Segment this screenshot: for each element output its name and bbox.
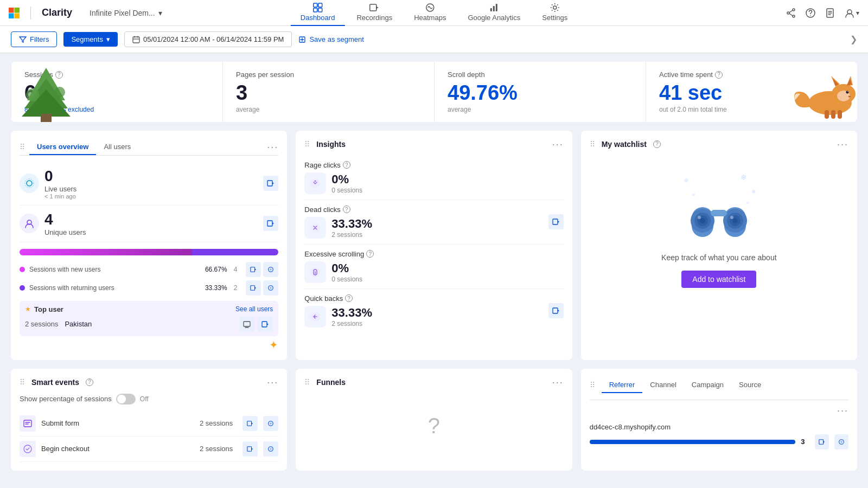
smart-events-info[interactable]: ?: [86, 378, 93, 386]
tab-channel[interactable]: Channel: [642, 377, 684, 393]
svg-point-87: [698, 216, 701, 219]
tab-users-overview[interactable]: Users overview: [29, 139, 96, 155]
toggle-switch[interactable]: [116, 394, 136, 404]
segments-button[interactable]: Segments ▾: [63, 32, 118, 47]
referrer-tabs: Referrer Channel Campaign Source: [602, 377, 848, 393]
svg-rect-58: [244, 322, 250, 326]
watchlist-menu[interactable]: ···: [837, 139, 848, 149]
svg-marker-70: [558, 310, 559, 312]
referrer-item-menu[interactable]: ···: [837, 405, 848, 416]
funnels-title: Funnels: [316, 378, 346, 387]
active-time-info-icon[interactable]: ?: [715, 71, 723, 79]
document-icon[interactable]: [825, 8, 835, 18]
help-icon[interactable]: [805, 8, 816, 18]
legend-new-label: Sessions with new users: [29, 266, 100, 273]
watchlist-body: ❄ ❄ ❄ ❄ ❄: [590, 156, 848, 299]
referrer-recording-btn[interactable]: [815, 434, 829, 450]
project-selector[interactable]: Infinite Pixel Dem... ▾: [90, 9, 162, 17]
segments-dropdown-icon: ▾: [106, 35, 110, 43]
date-range-button[interactable]: 05/01/2024 12:00 AM - 06/14/2024 11:59 P…: [124, 31, 292, 47]
sessions-legend: Sessions with new users 66.67% 4 Sess: [20, 262, 278, 296]
begin-checkout-recording-btn[interactable]: [242, 441, 258, 457]
insights-title: Insights: [316, 140, 346, 149]
smart-events-menu[interactable]: ···: [267, 377, 278, 387]
nav-dashboard[interactable]: Dashboard: [291, 0, 345, 26]
svg-marker-91: [252, 422, 253, 424]
new-users-heatmap-btn[interactable]: [263, 262, 278, 277]
nav-heatmaps[interactable]: Heatmaps: [404, 0, 456, 26]
top-navigation: Clarity Infinite Pixel Dem... ▾ Dashboar…: [0, 0, 868, 26]
add-to-watchlist-button[interactable]: Add to watchlist: [681, 271, 756, 288]
drag-handle: ⠿: [20, 143, 25, 151]
new-users-recording-btn[interactable]: [246, 262, 261, 277]
dead-clicks-icon: [304, 217, 326, 239]
save-segment-button[interactable]: Save as segment: [298, 35, 363, 43]
svg-point-102: [840, 441, 842, 442]
submit-form-heatmap-btn[interactable]: [263, 416, 278, 431]
tab-referrer[interactable]: Referrer: [602, 377, 643, 393]
dead-clicks-item: Dead clicks ? 33.33% 2 sessions: [304, 200, 563, 245]
insights-menu[interactable]: ···: [552, 139, 564, 149]
unique-users-row: 4 Unique users: [20, 206, 278, 242]
excessive-scrolling-info[interactable]: ?: [366, 250, 374, 258]
svg-rect-3: [14, 13, 20, 18]
excessive-scrolling-icon: [304, 261, 326, 283]
svg-rect-89: [24, 420, 31, 427]
watchlist-title: My watchlist: [602, 140, 647, 149]
svg-marker-49: [272, 222, 274, 224]
user-account-icon[interactable]: ▾: [844, 8, 859, 18]
referrer-heatmap-btn[interactable]: [834, 434, 848, 450]
nav-google-analytics[interactable]: Google Analytics: [458, 0, 530, 26]
date-range-value: 05/01/2024 12:00 AM - 06/14/2024 11:59 P…: [143, 35, 284, 43]
watchlist-info[interactable]: ?: [653, 140, 661, 148]
begin-checkout-heatmap-btn[interactable]: [263, 441, 278, 457]
svg-text:❄: ❄: [746, 201, 750, 206]
returning-users-heatmap-btn[interactable]: [263, 280, 278, 296]
active-time-card: Active time spent ? 41 sec out of 2.0 mi…: [646, 62, 857, 122]
svg-marker-46: [272, 182, 274, 184]
progress-returning: [192, 249, 278, 255]
tab-campaign[interactable]: Campaign: [684, 377, 731, 393]
top-user-data: 2 sessions Pakistan: [25, 317, 273, 332]
tree-mascot: [11, 62, 98, 122]
expand-icon[interactable]: ❯: [850, 35, 857, 44]
live-users-recording-btn[interactable]: [263, 176, 278, 191]
submit-form-recording-btn[interactable]: [242, 416, 258, 431]
unique-users-recording-btn[interactable]: [263, 216, 278, 231]
dead-clicks-recording-btn[interactable]: [548, 214, 564, 229]
logo-divider: [30, 7, 31, 20]
referrer-domain: dd4cec-c8.myshopify.com: [590, 423, 848, 431]
main-grid: ⠿ Users overview All users ··· 0 Live us…: [11, 131, 857, 360]
recordings-icon: [369, 3, 379, 12]
save-segment-label: Save as segment: [309, 35, 363, 43]
see-all-users-link[interactable]: See all users: [235, 305, 273, 313]
begin-checkout-sessions: 2 sessions: [200, 445, 233, 453]
svg-rect-13: [496, 4, 497, 11]
svg-rect-7: [318, 8, 322, 12]
svg-rect-27: [41, 114, 52, 122]
dead-clicks-info[interactable]: ?: [343, 206, 350, 213]
top-user-actions-btn[interactable]: [258, 317, 273, 332]
svg-text:❄: ❄: [692, 192, 695, 197]
nav-recordings[interactable]: Recordings: [347, 0, 402, 26]
returning-users-recording-btn[interactable]: [246, 280, 261, 296]
share-icon[interactable]: [786, 8, 796, 18]
progress-new: [20, 249, 192, 255]
top-user-label: Top user: [34, 305, 63, 313]
quick-backs-info[interactable]: ?: [345, 294, 353, 302]
tab-source[interactable]: Source: [731, 377, 769, 393]
users-overview-menu[interactable]: ···: [267, 142, 278, 152]
nav-settings[interactable]: Settings: [532, 0, 577, 26]
star-icon: ★: [25, 305, 31, 313]
segments-label: Segments: [71, 35, 103, 43]
quick-backs-sessions: 2 sessions: [331, 320, 372, 328]
scroll-value: 49.76%: [448, 82, 633, 105]
quick-backs-recording-btn[interactable]: [548, 303, 564, 318]
legend-new-users: Sessions with new users 66.67% 4: [20, 262, 278, 277]
tab-all-users[interactable]: All users: [96, 139, 138, 155]
spark-icon: ✦: [269, 339, 278, 351]
rage-clicks-info[interactable]: ?: [343, 161, 350, 169]
funnels-menu[interactable]: ···: [552, 377, 564, 387]
svg-point-80: [700, 218, 705, 223]
filters-button[interactable]: Filters: [11, 31, 57, 47]
